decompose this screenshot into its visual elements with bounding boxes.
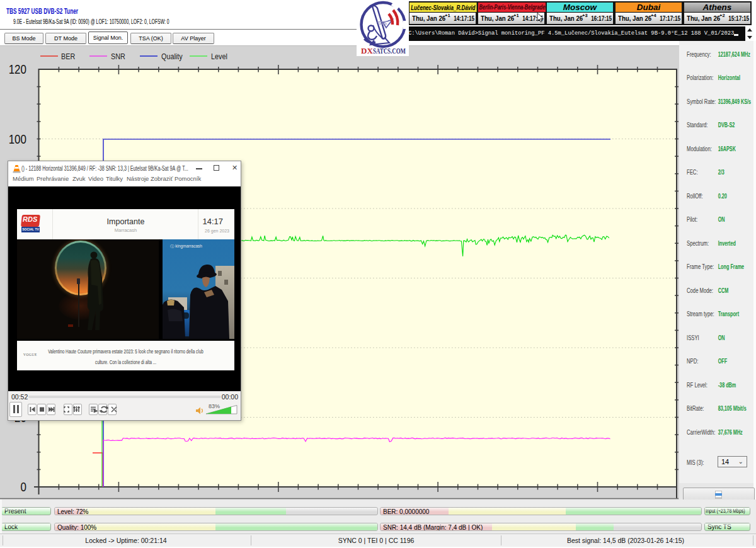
- svg-text:DX: DX: [361, 46, 373, 55]
- svg-text:SATCS.COM: SATCS.COM: [373, 46, 406, 55]
